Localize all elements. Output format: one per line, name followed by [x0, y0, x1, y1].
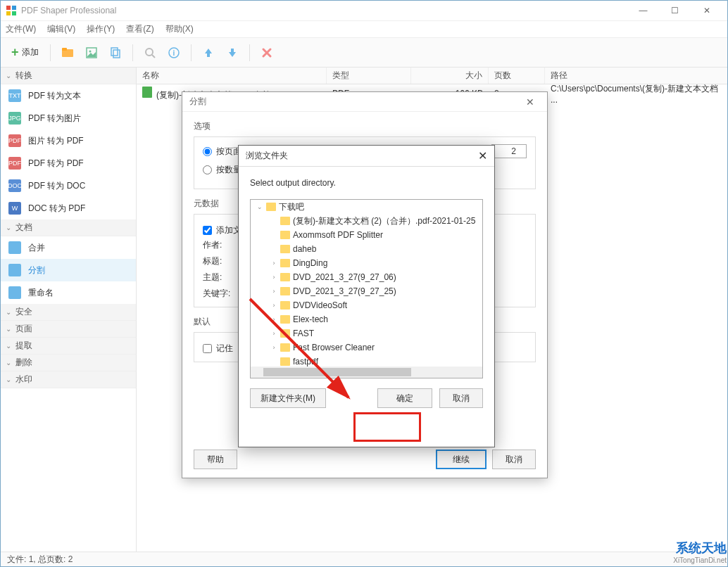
menu-help[interactable]: 帮助(X)	[165, 23, 194, 35]
add-meta-checkbox[interactable]	[203, 226, 212, 235]
tree-item-label: FAST	[293, 329, 314, 338]
menubar: 文件(W) 编辑(V) 操作(Y) 查看(Z) 帮助(X)	[0, 21, 728, 38]
expander-icon[interactable]: ⌄	[256, 203, 263, 210]
sidebar-item[interactable]: PDF图片 转为 PDF	[0, 129, 136, 152]
sidebar-item-merge[interactable]: 合并	[0, 236, 136, 259]
expander-icon[interactable]: ›	[270, 344, 277, 351]
section-document[interactable]: 文档	[0, 219, 136, 236]
close-icon[interactable]: ✕	[520, 96, 540, 108]
maximize-button[interactable]: ☐	[659, 0, 691, 21]
tree-item[interactable]: daheb	[251, 242, 482, 256]
section-security[interactable]: 安全	[0, 304, 136, 321]
menu-action[interactable]: 操作(Y)	[87, 23, 115, 35]
radio-by-page[interactable]	[203, 147, 212, 156]
menu-edit[interactable]: 编辑(V)	[47, 23, 75, 35]
badge-icon: PDF	[8, 134, 21, 147]
watermark: 系统天地 XiTongTianDi.net	[673, 540, 727, 564]
sidebar-item[interactable]: WDOC 转为 PDF	[0, 197, 136, 219]
separator	[132, 44, 133, 61]
arrow-down-icon[interactable]	[222, 43, 242, 63]
expander-icon[interactable]: ›	[270, 288, 277, 295]
minimize-button[interactable]: —	[627, 0, 659, 21]
sidebar-item-split[interactable]: 分割	[0, 259, 136, 281]
col-type[interactable]: 类型	[327, 68, 411, 84]
folder-icon	[280, 315, 290, 324]
remember-checkbox[interactable]	[203, 344, 212, 353]
badge-icon: W	[8, 202, 21, 215]
folder-icon[interactable]	[58, 43, 77, 63]
folder-tree[interactable]: ⌄ 下载吧 (复制)-新建文本文档 (2)（合并）.pdf-2021-01-25…	[250, 199, 483, 378]
rename-icon	[8, 286, 21, 299]
expander-icon[interactable]: ›	[270, 330, 277, 337]
add-button[interactable]: + 添加	[7, 43, 43, 63]
tree-item-label: daheb	[293, 244, 316, 254]
sidebar-item[interactable]: DOCPDF 转为 DOC	[0, 174, 136, 197]
section-extract[interactable]: 提取	[0, 338, 136, 355]
close-button[interactable]: ✕	[691, 0, 722, 21]
cancel-button[interactable]: 取消	[439, 388, 483, 408]
sidebar-item[interactable]: TXTPDF 转为文本	[0, 84, 136, 107]
watermark-line2: XiTongTianDi.net	[673, 556, 727, 564]
col-path[interactable]: 路径	[545, 68, 728, 84]
folder-icon	[266, 203, 276, 211]
section-delete[interactable]: 删除	[0, 355, 136, 371]
tree-item-label: Fast Browser Cleaner	[293, 343, 375, 352]
tree-item[interactable]: Axommsoft PDF Splitter	[251, 228, 482, 242]
tree-item[interactable]: (复制)-新建文本文档 (2)（合并）.pdf-2021-01-25	[251, 214, 482, 228]
menu-view[interactable]: 查看(Z)	[126, 23, 153, 35]
radio-by-count[interactable]	[203, 165, 212, 174]
close-icon[interactable]: ✕	[478, 149, 487, 163]
tree-item-label: DVD_2021_3_27(9_27_25)	[293, 286, 396, 296]
section-convert[interactable]: 转换	[0, 68, 136, 84]
expander-icon[interactable]: ›	[270, 316, 277, 323]
tree-item[interactable]: ›DVDVideoSoft	[251, 298, 482, 312]
menu-file[interactable]: 文件(W)	[6, 23, 36, 35]
sidebar-item-rename[interactable]: 重命名	[0, 281, 136, 304]
svg-rect-3	[12, 11, 16, 15]
section-page[interactable]: 页面	[0, 321, 136, 338]
arrow-up-icon[interactable]	[199, 43, 218, 63]
image-icon[interactable]	[82, 43, 101, 63]
tree-item[interactable]: ›Fast Browser Cleaner	[251, 340, 482, 355]
folder-icon	[280, 217, 290, 225]
copy-icon[interactable]	[106, 43, 125, 63]
help-button[interactable]: 帮助	[194, 450, 237, 469]
delete-icon[interactable]	[257, 43, 277, 63]
page-spinner[interactable]: 2	[491, 144, 527, 158]
sidebar-item-label: 分割	[28, 265, 45, 276]
horizontal-scrollbar[interactable]	[251, 367, 482, 378]
continue-button[interactable]: 继续	[436, 450, 487, 469]
browse-folder-dialog: 浏览文件夹 ✕ Select output directory. ⌄ 下载吧 (…	[238, 145, 495, 447]
info-icon[interactable]: i	[164, 43, 184, 63]
section-watermark[interactable]: 水印	[0, 371, 136, 388]
cell-path: C:\Users\pc\Documents\(复制)-新建文本文档 ...	[545, 83, 728, 105]
svg-point-10	[146, 49, 153, 56]
tree-item[interactable]: ›DVD_2021_3_27(9_27_06)	[251, 270, 482, 284]
expander-icon[interactable]: ›	[270, 260, 277, 267]
tree-item[interactable]: ›Elex-tech	[251, 312, 482, 326]
sidebar-item-label: 图片 转为 PDF	[28, 135, 84, 147]
tree-item-label: Axommsoft PDF Splitter	[293, 230, 383, 240]
svg-rect-1	[12, 6, 16, 10]
col-name[interactable]: 名称	[137, 68, 327, 84]
separator	[249, 44, 250, 61]
expander-icon[interactable]: ›	[270, 274, 277, 281]
cancel-button[interactable]: 取消	[492, 450, 536, 469]
svg-rect-0	[6, 6, 11, 10]
expander-icon[interactable]: ›	[270, 302, 277, 309]
sidebar-item[interactable]: JPGPDF 转为图片	[0, 107, 136, 129]
col-pages[interactable]: 页数	[489, 68, 545, 84]
sidebar: 转换 TXTPDF 转为文本JPGPDF 转为图片PDF图片 转为 PDFPDF…	[0, 68, 137, 552]
folder-icon	[280, 301, 290, 310]
merge-icon	[8, 241, 21, 254]
col-size[interactable]: 大小	[411, 68, 489, 84]
tree-item[interactable]: ›DingDing	[251, 256, 482, 270]
tree-item[interactable]: ›DVD_2021_3_27(9_27_25)	[251, 284, 482, 298]
tree-item[interactable]: ›FAST	[251, 326, 482, 340]
folder-icon	[280, 287, 290, 295]
ok-button[interactable]: 确定	[377, 388, 432, 408]
tree-root[interactable]: 下载吧	[279, 201, 304, 213]
new-folder-button[interactable]: 新建文件夹(M)	[250, 388, 326, 408]
search-icon[interactable]	[140, 43, 160, 63]
sidebar-item[interactable]: PDFPDF 转为 PDF	[0, 152, 136, 174]
